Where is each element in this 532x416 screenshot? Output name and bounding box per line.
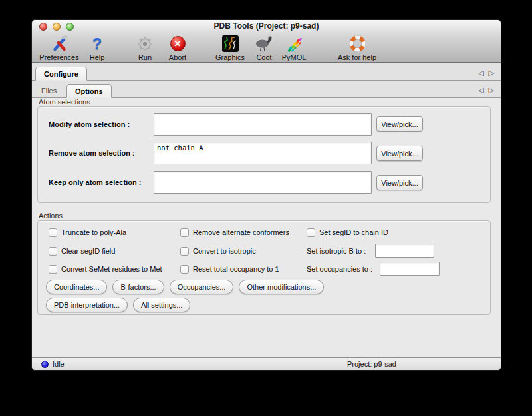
tab-scroll-arrows: ◁ ▷: [478, 69, 494, 77]
tab-scroll-right-icon[interactable]: ▷: [489, 69, 494, 77]
toolbar-label: Coot: [256, 53, 271, 61]
other-modifications-button[interactable]: Other modifications...: [239, 280, 324, 294]
view-pick-button[interactable]: View/pick...: [376, 175, 423, 190]
titlebar: PDB Tools (Project: p9-sad): [32, 20, 501, 33]
pdb-interpretation-button[interactable]: PDB interpretation...: [46, 298, 128, 312]
view-pick-button[interactable]: View/pick...: [376, 116, 423, 132]
status-bar: Idle Project: p9-sad: [32, 357, 501, 370]
checkbox-icon: [180, 265, 189, 274]
window-chrome: PDB Tools (Project: p9-sad) Preferences: [32, 20, 501, 63]
occupancies-button[interactable]: Occupancies...: [170, 280, 234, 294]
status-text: Idle: [53, 360, 65, 368]
checkbox-set-segid-to-chain-id[interactable]: Set segID to chain ID: [307, 227, 388, 238]
toolbar-button-graphics[interactable]: Graphics: [213, 33, 247, 61]
pymol-ribbon-icon: [285, 34, 303, 53]
set-occupancies-label: Set occupancies to :: [307, 265, 372, 273]
abort-x-icon: ✕: [170, 34, 186, 53]
toolbar-button-coot[interactable]: Coot: [251, 33, 277, 61]
checkbox-truncate-poly-ala[interactable]: Truncate to poly-Ala: [49, 227, 126, 238]
toolbar-label: Abort: [169, 53, 186, 61]
toolbar: Preferences ? Help: [32, 33, 501, 63]
view-pick-button[interactable]: View/pick...: [376, 146, 423, 161]
tab-scroll-arrows: ◁ ▷: [478, 86, 494, 95]
checkbox-icon: [49, 265, 57, 274]
question-mark-icon: ?: [92, 34, 102, 53]
gear-icon: [136, 34, 154, 53]
modify-atom-selection-label: Modify atom selection :: [49, 113, 130, 136]
status-indicator-icon: [41, 361, 49, 368]
toolbar-label: Ask for help: [338, 53, 376, 61]
tab-scroll-left-icon[interactable]: ◁: [478, 69, 483, 77]
keep-only-atom-selection-input[interactable]: [154, 171, 372, 194]
checkbox-icon: [307, 228, 315, 237]
checkbox-convert-semet-to-met[interactable]: Convert SeMet residues to Met: [49, 264, 162, 274]
toolbar-button-abort[interactable]: ✕ Abort: [162, 33, 193, 61]
toolbar-label: PyMOL: [282, 53, 307, 61]
window-title: PDB Tools (Project: p9-sad): [32, 21, 501, 31]
checkbox-remove-alternate-conformers[interactable]: Remove alternate conformers: [180, 227, 289, 238]
tab-scroll-left-icon[interactable]: ◁: [478, 86, 483, 95]
lifesaver-icon: [348, 34, 367, 53]
set-isotropic-b-input[interactable]: [375, 244, 434, 258]
checkbox-convert-to-isotropic[interactable]: Convert to isotropic: [180, 246, 256, 256]
checkbox-icon: [49, 228, 57, 237]
secondary-tab-bar: Files Options ◁ ▷: [32, 81, 501, 98]
actions-button-row-2: PDB interpretation... All settings...: [46, 298, 190, 312]
set-occupancies-input[interactable]: [380, 262, 440, 276]
tab-options[interactable]: Options: [66, 84, 112, 98]
toolbar-button-preferences[interactable]: Preferences: [37, 33, 81, 61]
molecule-graphics-icon: [222, 34, 239, 53]
toolbar-label: Graphics: [215, 53, 245, 61]
checkbox-icon: [49, 247, 57, 256]
b-factors-button[interactable]: B-factors...: [112, 280, 164, 294]
toolbar-label: Run: [138, 53, 152, 61]
modify-atom-selection-input[interactable]: [154, 113, 372, 136]
tab-files[interactable]: Files: [41, 87, 57, 95]
toolbar-button-ask-for-help[interactable]: Ask for help: [334, 33, 380, 61]
remove-atom-selection-input[interactable]: not chain A: [154, 142, 372, 164]
project-label: Project: p9-sad: [347, 360, 396, 368]
tab-configure[interactable]: Configure: [35, 67, 87, 81]
toolbar-button-pymol[interactable]: PyMOL: [279, 33, 309, 61]
checkbox-reset-total-occupancy[interactable]: Reset total occupancy to 1: [180, 264, 279, 274]
toolbar-label: Help: [90, 53, 105, 61]
actions-button-row-1: Coordinates... B-factors... Occupancies.…: [46, 280, 324, 294]
toolbar-button-help[interactable]: ? Help: [85, 33, 109, 61]
app-window: PDB Tools (Project: p9-sad) Preferences: [31, 19, 501, 371]
atom-selections-group-label: Atom selections: [39, 98, 90, 106]
toolbar-button-run[interactable]: Run: [132, 33, 158, 61]
tab-scroll-right-icon[interactable]: ▷: [489, 86, 494, 95]
keep-only-atom-selection-label: Keep only atom selection :: [49, 171, 141, 194]
all-settings-button[interactable]: All settings...: [133, 298, 190, 312]
actions-group: Truncate to poly-Ala Remove alternate co…: [37, 220, 491, 315]
remove-atom-selection-label: Remove atom selection :: [49, 142, 135, 164]
checkbox-icon: [180, 247, 189, 256]
toolbar-label: Preferences: [39, 53, 78, 61]
atom-selections-group: Modify atom selection : View/pick... Rem…: [37, 106, 491, 203]
checkbox-clear-segid-field[interactable]: Clear segID field: [49, 246, 115, 256]
primary-tab-bar: Configure ◁ ▷: [32, 63, 501, 81]
coot-bird-icon: [254, 34, 274, 53]
checkbox-icon: [180, 228, 189, 237]
coordinates-button[interactable]: Coordinates...: [46, 280, 107, 294]
set-isotropic-b-label: Set isotropic B to :: [307, 247, 366, 255]
actions-group-label: Actions: [39, 212, 63, 220]
tools-icon: [51, 34, 68, 53]
